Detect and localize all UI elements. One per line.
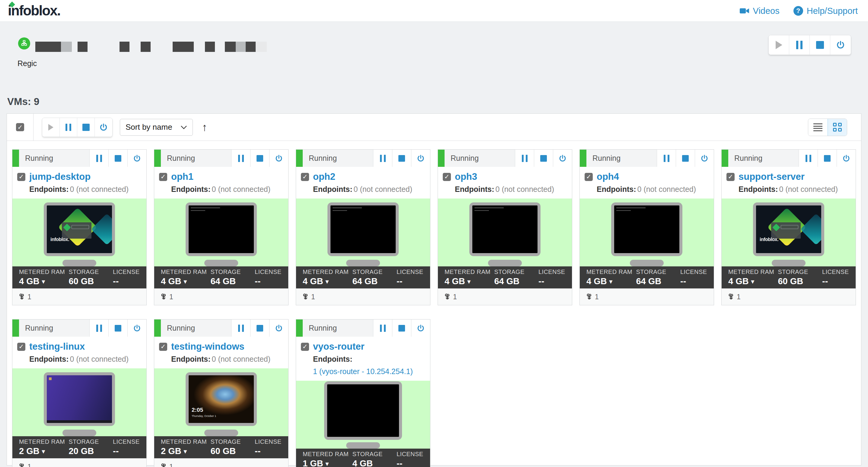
vm-power-button[interactable]	[127, 149, 146, 167]
select-all-checkbox[interactable]: ✓	[16, 123, 24, 131]
ram-dropdown[interactable]: 4 GB▾	[586, 276, 636, 286]
vm-name-link[interactable]: testing-windows	[171, 341, 245, 352]
endpoints-label: Endpoints:	[29, 185, 69, 193]
bulk-suspend-button[interactable]	[60, 118, 77, 137]
ram-label: METERED RAM	[444, 268, 494, 275]
vm-select-checkbox[interactable]: ✓	[301, 173, 309, 181]
vm-power-button[interactable]	[695, 149, 714, 167]
vm-select-checkbox[interactable]: ✓	[301, 343, 309, 351]
login-dialog	[771, 222, 801, 239]
videos-label: Videos	[753, 6, 780, 16]
vm-name-link[interactable]: support-server	[739, 171, 805, 182]
vm-power-button[interactable]	[411, 320, 430, 337]
vm-console-thumbnail[interactable]	[469, 202, 540, 256]
vm-stop-button[interactable]	[250, 149, 269, 167]
vm-select-checkbox[interactable]: ✓	[159, 343, 167, 351]
vm-screen	[189, 205, 254, 253]
check-icon: ✓	[444, 173, 450, 180]
vm-console-thumbnail[interactable]	[324, 381, 402, 440]
vm-name-link[interactable]: vyos-router	[313, 341, 365, 352]
vm-suspend-button[interactable]	[657, 149, 676, 167]
vm-name-link[interactable]: oph1	[171, 171, 193, 182]
vm-console-thumbnail[interactable]	[44, 372, 115, 426]
vm-power-button[interactable]	[553, 149, 572, 167]
vm-power-button[interactable]	[269, 320, 288, 337]
ram-dropdown[interactable]: 4 GB▾	[161, 276, 210, 286]
vm-select-checkbox[interactable]: ✓	[585, 173, 593, 181]
vm-suspend-button[interactable]	[373, 320, 392, 337]
ram-dropdown[interactable]: 4 GB▾	[303, 276, 352, 286]
ram-label: METERED RAM	[586, 268, 636, 275]
vm-console-thumbnail[interactable]: 2:05 Thursday, October 1	[186, 372, 257, 426]
endpoints-value: 0 (not connected)	[496, 185, 554, 193]
license-label: LICENSE	[255, 268, 288, 275]
vm-select-checkbox[interactable]: ✓	[159, 173, 167, 181]
ram-dropdown[interactable]: 2 GB▾	[19, 446, 68, 456]
vm-info: ✓ support-server Endpoints:0 (not connec…	[722, 167, 856, 199]
vm-console-thumbnail[interactable]	[328, 202, 399, 256]
vm-power-button[interactable]	[411, 149, 430, 167]
vm-console-thumbnail[interactable]: infoblox.	[753, 202, 824, 256]
vm-stop-button[interactable]	[250, 320, 269, 337]
ram-dropdown[interactable]: 4 GB▾	[19, 276, 68, 286]
ram-dropdown[interactable]: 4 GB▾	[728, 276, 778, 286]
list-view-icon	[813, 123, 823, 131]
vm-name-link[interactable]: testing-linux	[29, 341, 85, 352]
ram-dropdown[interactable]: 1 GB▾	[303, 459, 352, 467]
vm-suspend-button[interactable]	[515, 149, 534, 167]
vm-select-checkbox[interactable]: ✓	[726, 173, 735, 181]
vm-name-link[interactable]: oph2	[313, 171, 335, 182]
vm-name-link[interactable]: jump-desktop	[29, 171, 91, 182]
vm-suspend-button[interactable]	[799, 149, 817, 167]
env-play-button[interactable]	[769, 35, 789, 55]
vm-name-link[interactable]: oph4	[597, 171, 619, 182]
bulk-stop-button[interactable]	[77, 118, 95, 137]
storage-label: STORAGE	[68, 438, 113, 445]
help-support-link[interactable]: ? Help/Support	[794, 6, 858, 16]
sort-dropdown[interactable]: Sort by name	[120, 119, 193, 136]
vm-suspend-button[interactable]	[373, 149, 392, 167]
vm-select-checkbox[interactable]: ✓	[443, 173, 451, 181]
vm-stop-button[interactable]	[108, 149, 127, 167]
vm-stop-button[interactable]	[108, 320, 127, 337]
license-value: --	[113, 276, 146, 286]
vm-stop-button[interactable]	[676, 149, 695, 167]
vm-suspend-button[interactable]	[89, 320, 108, 337]
vm-console-thumbnail[interactable]	[186, 202, 257, 256]
bulk-play-button[interactable]	[42, 118, 60, 137]
vm-power-button[interactable]	[127, 320, 146, 337]
env-stop-button[interactable]	[810, 35, 830, 55]
stop-icon	[256, 325, 263, 332]
vm-console-thumbnail[interactable]: infoblox.	[44, 202, 115, 256]
env-suspend-button[interactable]	[789, 35, 810, 55]
vm-stop-button[interactable]	[817, 149, 837, 167]
ram-dropdown[interactable]: 2 GB▾	[161, 446, 210, 456]
env-power-button[interactable]	[830, 35, 851, 55]
pause-icon	[238, 155, 244, 162]
keys-icon	[17, 463, 26, 467]
videos-link[interactable]: Videos	[740, 6, 780, 16]
bulk-power-button[interactable]	[95, 118, 112, 137]
vm-metrics-strip: METERED RAM 2 GB▾ STORAGE 20 GB LICENSE …	[12, 436, 146, 458]
vm-name-link[interactable]: oph3	[455, 171, 477, 182]
grid-view-button[interactable]	[828, 119, 847, 136]
vm-suspend-button[interactable]	[231, 149, 250, 167]
vm-stop-button[interactable]	[392, 320, 411, 337]
endpoints-value: 0 (not connected)	[212, 185, 271, 193]
endpoint-link[interactable]: 1 (vyos-router - 10.254.254.1)	[313, 367, 425, 376]
vm-suspend-button[interactable]	[231, 320, 250, 337]
list-view-button[interactable]	[808, 119, 828, 136]
vm-suspend-button[interactable]	[89, 149, 108, 167]
sort-direction-button[interactable]: ↑	[202, 122, 207, 133]
vm-power-button[interactable]	[837, 149, 856, 167]
vm-select-checkbox[interactable]: ✓	[17, 173, 25, 181]
caret-down-icon: ▾	[326, 460, 329, 467]
vm-stop-button[interactable]	[534, 149, 553, 167]
vm-stop-button[interactable]	[392, 149, 411, 167]
endpoints-label: Endpoints:	[313, 355, 352, 363]
vm-select-checkbox[interactable]: ✓	[17, 343, 25, 351]
vm-power-button[interactable]	[269, 149, 288, 167]
caret-down-icon: ▾	[751, 278, 754, 285]
ram-dropdown[interactable]: 4 GB▾	[444, 276, 494, 286]
vm-console-thumbnail[interactable]	[611, 202, 682, 256]
